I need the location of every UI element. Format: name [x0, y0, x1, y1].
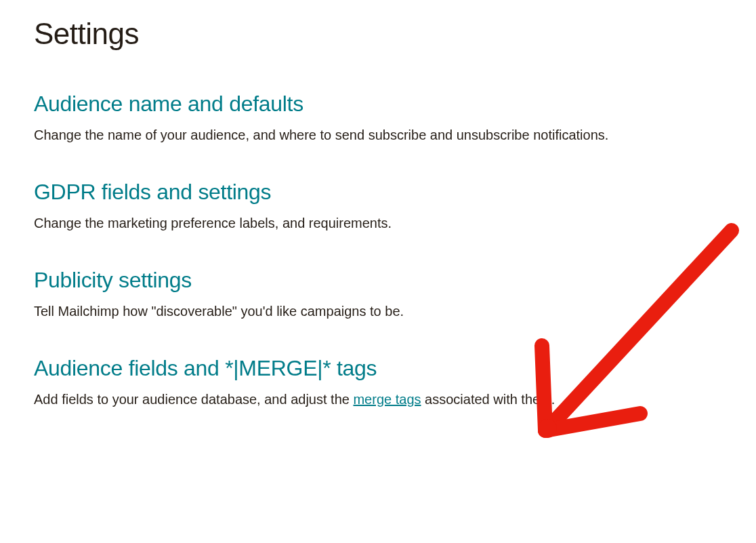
section-desc-text-pre: Add fields to your audience database, an… [34, 392, 353, 407]
section-desc: Add fields to your audience database, an… [34, 389, 722, 410]
section-desc: Change the name of your audience, and wh… [34, 125, 722, 146]
page-title: Settings [34, 17, 722, 51]
svg-point-0 [538, 419, 557, 438]
section-desc: Change the marketing preference labels, … [34, 213, 722, 234]
settings-section-publicity: Publicity settings Tell Mailchimp how "d… [34, 268, 722, 322]
link-gdpr-fields-settings[interactable]: GDPR fields and settings [34, 180, 271, 205]
link-audience-fields-merge-tags[interactable]: Audience fields and *|MERGE|* tags [34, 356, 377, 381]
link-merge-tags[interactable]: merge tags [353, 392, 421, 407]
link-audience-name-defaults[interactable]: Audience name and defaults [34, 92, 303, 117]
link-publicity-settings[interactable]: Publicity settings [34, 268, 192, 293]
settings-section-audience-fields: Audience fields and *|MERGE|* tags Add f… [34, 356, 722, 410]
settings-section-audience-name: Audience name and defaults Change the na… [34, 92, 722, 146]
settings-section-gdpr: GDPR fields and settings Change the mark… [34, 180, 722, 234]
section-desc-text-post: associated with them. [421, 392, 555, 407]
section-desc: Tell Mailchimp how "discoverable" you'd … [34, 301, 722, 322]
annotation-arrow-icon [501, 217, 752, 468]
